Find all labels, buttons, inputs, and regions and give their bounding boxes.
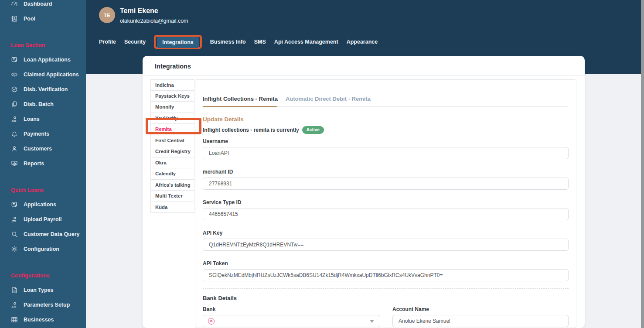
api-token-label: API Token [203,260,569,266]
sidebar-item-loans[interactable]: Loans [0,112,86,126]
menu-item-monnify[interactable]: Monnify [150,102,194,113]
sidebar-item-label: Disb. Verification [24,86,68,92]
update-details-heading: Update Details [203,116,569,123]
sidebar-item-label: Pool [24,16,35,22]
user-email: olakunle2abiola@gmail.com [120,18,188,24]
form-group-username: Username [203,138,569,159]
check-circle-icon [11,86,18,93]
api-token-input[interactable] [203,269,569,281]
sidebar-item-loan-applications[interactable]: Loan Applications [0,52,86,67]
menu-item-paystack-keys[interactable]: Paystack Keys [150,91,194,102]
tab-appearance[interactable]: Appearance [347,39,378,45]
eye-icon [11,71,18,78]
sidebar-item-label: Claimed Applications [24,72,79,78]
menu-item-multi-texter[interactable]: Multi Texter [150,191,194,202]
form-group-merchant-id: merchant ID [203,169,569,190]
api-key-input[interactable] [203,239,569,251]
bank-details-heading: Bank Details [203,295,569,301]
status-badge: Active [302,126,324,134]
sidebar-item-dashboard[interactable]: Dashboard [0,0,86,11]
tab-business-info[interactable]: Business Info [210,39,246,45]
username-input[interactable] [203,147,569,159]
active-tab-indicator [203,106,277,107]
account-name-column: Account Name [392,306,569,327]
sidebar-item-label: Loans [24,116,40,122]
sidebar-item-label: Parameters Setup [24,302,70,308]
menu-item-kuda[interactable]: Kuda [150,202,194,213]
tab-api-access-management[interactable]: Api Access Management [274,39,338,45]
sidebar-item-pool[interactable]: Pool [0,11,86,26]
tab-integrations[interactable]: Integrations [157,37,199,48]
sidebar-item-customer-data-query[interactable]: Customer Data Query [0,227,86,242]
sidebar-item-label: Businesses [24,317,54,323]
sidebar-item-label: Disb. Batch [24,101,54,107]
sidebar-section-loan-section: Loan Section [0,42,86,49]
hand-money-icon [11,301,18,308]
sidebar-item-claimed-applications[interactable]: Claimed Applications [0,67,86,82]
integrations-menu: Indicina Paystack Keys Monnify YouVerify… [150,79,194,213]
menu-item-indicina[interactable]: Indicina [150,79,194,91]
search-icon [11,231,18,238]
form-group-api-key: API Key [203,230,569,251]
sidebar-item-disb-batch[interactable]: Disb. Batch [0,97,86,112]
bank-column: Bank ✕ [203,306,380,327]
annotation-highlight-integrations-tab: Integrations [154,35,202,49]
tab-sms[interactable]: SMS [254,39,266,45]
sidebar-item-reports[interactable]: Reports [0,156,86,171]
menu-item-africas-talking[interactable]: Africa's talking [150,180,194,191]
service-type-id-input[interactable] [203,208,569,220]
monitor-chart-icon [11,160,18,167]
integrations-card: Integrations Indicina Paystack Keys Monn… [143,56,585,328]
address-book-icon [11,15,18,22]
merchant-id-input[interactable] [203,178,569,190]
service-type-id-label: Service Type ID [203,199,569,205]
account-name-label: Account Name [392,306,569,312]
sidebar-item-label: Loan Applications [24,57,71,63]
sidebar-item-parameters-setup[interactable]: Parameters Setup [0,297,86,312]
status-line: Inflight collections - remita is current… [203,126,569,134]
bank-select[interactable]: ✕ [203,315,380,327]
sidebar-item-upload-payroll[interactable]: Upload Payroll [0,212,86,227]
hand-money-icon [11,216,18,223]
bell-icon [11,130,18,137]
section-divider [203,288,569,289]
menu-item-first-central[interactable]: First Central [150,135,194,147]
circle-x-icon[interactable]: ✕ [208,318,215,325]
sidebar-item-loan-types[interactable]: Loan Types [0,283,86,297]
sidebar: Dashboard Pool Loan Section Loan Applica… [0,0,86,328]
scrollbar[interactable] [641,0,644,328]
account-name-input[interactable] [392,315,569,327]
tab-profile[interactable]: Profile [99,39,116,45]
document-lines-icon [11,56,18,63]
person-icon [11,145,18,152]
sidebar-item-businesses[interactable]: Businesses [0,312,86,327]
menu-item-calendly[interactable]: Calendly [150,168,194,180]
menu-item-okra[interactable]: Okra [150,157,194,169]
status-text: Inflight collections - remita is current… [203,127,299,133]
tab-security[interactable]: Security [124,39,146,45]
grid-table-icon [11,316,18,323]
sidebar-item-label: Applications [24,202,56,208]
tab-inflight-collections-remita[interactable]: Inflight Collections - Remita [203,96,278,102]
merchant-id-label: merchant ID [203,169,569,175]
tab-automatic-direct-debit-remita[interactable]: Automatic Direct Debit - Remita [286,96,371,102]
sidebar-item-payments[interactable]: Payments [0,126,86,141]
menu-item-youverify[interactable]: YouVerify [150,113,194,124]
sidebar-section-configurations: Configurations [0,272,86,279]
sidebar-item-applications[interactable]: Applications [0,197,86,212]
sidebar-item-customers[interactable]: Customers [0,141,86,156]
profile-tabs: Profile Security Integrations Business I… [99,33,378,51]
sidebar-item-label: Customers [24,146,52,152]
username-label: Username [203,138,569,144]
hand-money-icon [11,116,18,123]
copy-pages-icon [11,101,18,108]
menu-item-remita[interactable]: Remita [150,124,194,135]
form-group-service-type-id: Service Type ID [203,199,569,220]
sidebar-item-disb-verification[interactable]: Disb. Verification [0,82,86,97]
card-divider [143,75,585,76]
sidebar-item-label: Reports [24,161,44,167]
bank-label: Bank [203,306,380,312]
sidebar-item-label: Configuration [24,246,59,252]
sidebar-item-configuration[interactable]: Configuration [0,242,86,256]
menu-item-credit-registry[interactable]: Credit Registry [150,146,194,157]
